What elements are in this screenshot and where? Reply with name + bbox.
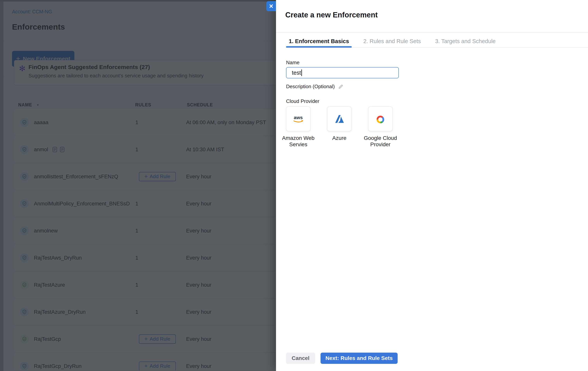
- close-icon[interactable]: ×: [266, 1, 276, 11]
- provider-card-aws[interactable]: aws: [286, 106, 310, 131]
- svg-text:aws: aws: [294, 115, 303, 120]
- name-input-value: test: [292, 70, 301, 76]
- azure-logo-icon: [334, 113, 345, 125]
- aws-logo-icon: aws: [291, 114, 306, 124]
- provider-card-azure[interactable]: [327, 106, 352, 131]
- cloud-provider-options: aws Amazon Web Servies Azure Google Clou…: [286, 106, 393, 148]
- tab-2[interactable]: 2. Rules and Rule Sets: [361, 35, 424, 47]
- description-label-row: Description (Optional): [286, 84, 343, 90]
- tab-1[interactable]: 1. Enforcement Basics: [286, 35, 352, 47]
- next-button[interactable]: Next: Rules and Rule Sets: [321, 353, 398, 364]
- drawer-title-divider: [276, 32, 588, 33]
- text-caret: [301, 70, 302, 76]
- cancel-button[interactable]: Cancel: [286, 353, 315, 364]
- drawer-title: Create a new Enforcement: [285, 11, 378, 19]
- provider-option-gcp: Google Cloud Provider: [368, 106, 393, 148]
- provider-option-azure: Azure: [327, 106, 352, 148]
- provider-label-aws: Amazon Web Servies: [277, 135, 320, 148]
- create-enforcement-drawer: Create a new Enforcement 1. Enforcement …: [276, 0, 588, 371]
- provider-option-aws: aws Amazon Web Servies: [286, 106, 310, 148]
- screen: Account: CCM-NG Enforcements + New Enfor…: [0, 0, 588, 371]
- name-label: Name: [286, 60, 299, 66]
- description-label: Description (Optional): [286, 84, 335, 90]
- gcp-logo-icon: [375, 113, 386, 125]
- provider-card-gcp[interactable]: [368, 106, 393, 131]
- name-input[interactable]: test: [286, 67, 399, 78]
- provider-label-gcp: Google Cloud Provider: [359, 135, 402, 148]
- wizard-tabs: 1. Enforcement Basics2. Rules and Rule S…: [286, 35, 588, 48]
- cloud-provider-label: Cloud Provider: [286, 98, 319, 104]
- tab-3[interactable]: 3. Targets and Schedule: [432, 35, 498, 47]
- provider-label-azure: Azure: [318, 135, 361, 141]
- edit-pencil-icon[interactable]: [338, 84, 343, 89]
